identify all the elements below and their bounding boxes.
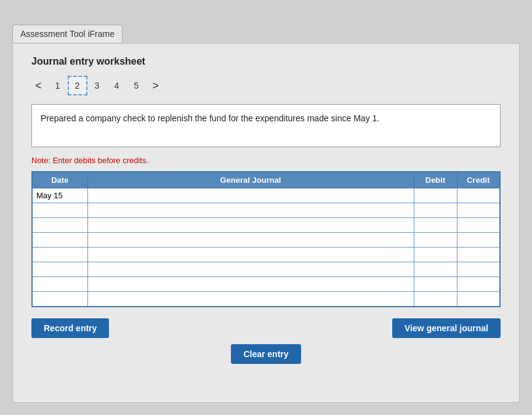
debit-cell-5 (414, 248, 457, 262)
debit-input-8[interactable] (417, 292, 454, 306)
general-input-7[interactable] (91, 277, 411, 291)
general-cell-2 (87, 203, 414, 218)
pagination: < 1 2 3 4 5 > (31, 76, 501, 95)
table-row (32, 248, 500, 262)
next-page-arrow[interactable]: > (149, 78, 163, 94)
credit-cell-1 (457, 188, 500, 203)
pagination-numbers: 1 2 3 4 5 (48, 76, 147, 95)
debit-cell-6 (414, 262, 457, 277)
date-header: Date (32, 172, 87, 188)
credit-cell-5 (457, 248, 500, 262)
clear-row: Clear entry (31, 344, 501, 364)
debit-header: Debit (414, 172, 457, 188)
note-text: Note: Enter debits before credits. (31, 156, 501, 165)
buttons-row: Record entry View general journal (31, 318, 501, 338)
journal-table: Date General Journal Debit Credit (31, 171, 501, 307)
debit-cell-7 (414, 277, 457, 292)
credit-input-2[interactable] (460, 203, 498, 217)
date-cell-5 (32, 248, 87, 262)
main-container: Journal entry worksheet < 1 2 3 4 5 > Pr… (12, 43, 520, 403)
debit-cell-2 (414, 203, 457, 218)
worksheet-title: Journal entry worksheet (31, 56, 501, 67)
general-cell-4 (87, 233, 414, 248)
page-5[interactable]: 5 (127, 76, 147, 95)
credit-cell-2 (457, 203, 500, 218)
date-cell-7 (32, 277, 87, 292)
date-cell-6 (32, 262, 87, 277)
credit-header: Credit (457, 172, 500, 188)
credit-input-1[interactable] (460, 188, 498, 203)
table-row (32, 203, 500, 218)
general-input-4[interactable] (91, 233, 411, 247)
debit-input-2[interactable] (417, 203, 454, 217)
general-cell-6 (87, 262, 414, 277)
credit-input-7[interactable] (460, 277, 498, 291)
page-1[interactable]: 1 (48, 76, 68, 95)
page-4[interactable]: 4 (107, 76, 127, 95)
credit-cell-7 (457, 277, 500, 292)
debit-cell-3 (414, 218, 457, 233)
date-cell-3 (32, 218, 87, 233)
date-input-6[interactable] (35, 262, 85, 276)
debit-input-7[interactable] (417, 277, 454, 291)
general-cell-7 (87, 277, 414, 292)
date-cell-8 (32, 292, 87, 307)
general-cell-8 (87, 292, 414, 307)
date-input-2[interactable] (35, 203, 85, 217)
date-input-8[interactable] (35, 292, 85, 306)
date-cell-1 (32, 188, 87, 203)
table-row (32, 218, 500, 233)
date-input-5[interactable] (35, 248, 85, 262)
debit-input-5[interactable] (417, 248, 454, 262)
date-input-7[interactable] (35, 277, 85, 291)
page-3[interactable]: 3 (87, 76, 107, 95)
record-entry-button[interactable]: Record entry (31, 318, 109, 338)
prev-page-arrow[interactable]: < (31, 78, 46, 94)
credit-input-3[interactable] (460, 218, 498, 232)
table-row (32, 277, 500, 292)
general-input-5[interactable] (91, 248, 411, 262)
credit-cell-4 (457, 233, 500, 248)
debit-input-3[interactable] (417, 218, 454, 232)
table-row (32, 292, 500, 307)
debit-input-4[interactable] (417, 233, 454, 247)
credit-input-8[interactable] (460, 292, 498, 306)
credit-cell-6 (457, 262, 500, 277)
debit-cell-1 (414, 188, 457, 203)
general-journal-header: General Journal (87, 172, 414, 188)
debit-cell-8 (414, 292, 457, 307)
credit-input-5[interactable] (460, 248, 498, 262)
iframe-label: Assessment Tool iFrame (12, 25, 123, 42)
table-row (32, 188, 500, 203)
credit-cell-8 (457, 292, 500, 307)
general-input-1[interactable] (91, 188, 411, 203)
date-cell-2 (32, 203, 87, 218)
debit-input-6[interactable] (417, 262, 454, 276)
credit-input-6[interactable] (460, 262, 498, 276)
clear-entry-button[interactable]: Clear entry (231, 344, 300, 364)
credit-input-4[interactable] (460, 233, 498, 247)
general-input-8[interactable] (91, 292, 411, 306)
general-cell-3 (87, 218, 414, 233)
page-2[interactable]: 2 (68, 76, 87, 95)
debit-input-1[interactable] (417, 188, 454, 203)
date-input-3[interactable] (35, 218, 85, 232)
table-row (32, 233, 500, 248)
date-cell-4 (32, 233, 87, 248)
description-box: Prepared a company check to replenish th… (31, 104, 501, 147)
date-input-1[interactable] (35, 188, 85, 203)
general-input-2[interactable] (91, 203, 411, 217)
credit-cell-3 (457, 218, 500, 233)
general-input-6[interactable] (91, 262, 411, 276)
general-cell-1 (87, 188, 414, 203)
debit-cell-4 (414, 233, 457, 248)
general-cell-5 (87, 248, 414, 262)
table-row (32, 262, 500, 277)
general-input-3[interactable] (91, 218, 411, 232)
view-general-journal-button[interactable]: View general journal (392, 318, 501, 338)
date-input-4[interactable] (35, 233, 85, 247)
